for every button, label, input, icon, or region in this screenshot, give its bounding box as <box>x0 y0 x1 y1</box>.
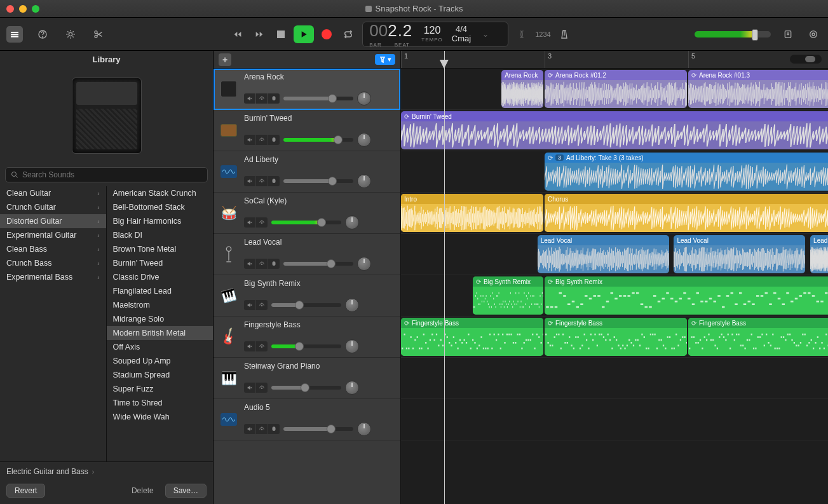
track-lane[interactable]: Intro Chorus <box>401 193 828 234</box>
settings-icon[interactable] <box>62 26 79 43</box>
mute-button[interactable] <box>244 300 255 310</box>
loops-browser-icon[interactable] <box>805 26 822 43</box>
solo-button[interactable] <box>256 341 268 351</box>
save-button[interactable]: Save… <box>165 484 207 498</box>
mute-button[interactable] <box>244 424 255 434</box>
library-item[interactable]: Wide Wide Wah <box>107 410 214 424</box>
track-header[interactable]: 🎹 Steinway Grand Piano <box>214 358 400 399</box>
region[interactable]: Lead Vocal <box>810 235 828 273</box>
volume-slider[interactable] <box>283 262 353 266</box>
region[interactable]: ⟳Fingerstyle Bass <box>688 318 828 356</box>
pan-knob[interactable] <box>357 257 371 271</box>
track-header[interactable]: Burnin' Tweed <box>214 110 400 151</box>
track-lane[interactable]: Arena Rock ⟳Arena Rock #01.2 ⟳Arena Rock… <box>401 69 828 110</box>
tuner-icon[interactable] <box>513 26 530 43</box>
count-in-button[interactable]: 1234 <box>535 26 550 43</box>
volume-slider[interactable] <box>271 386 341 390</box>
volume-slider[interactable] <box>283 179 353 183</box>
region[interactable]: Lead Vocal <box>674 235 805 273</box>
arrange-area[interactable]: 1357911 Arena Rock ⟳Arena Rock #01.2 ⟳Ar… <box>401 51 828 504</box>
minimize-icon[interactable] <box>19 5 27 13</box>
library-item[interactable]: Super Fuzz <box>107 382 214 396</box>
region[interactable]: ⟳Fingerstyle Bass <box>545 318 687 356</box>
pan-knob[interactable] <box>357 174 371 188</box>
track-header[interactable]: Lead Vocal <box>214 234 400 275</box>
track-lane[interactable]: ⟳3Ad Liberty: Take 3 (3 takes) <box>401 151 828 193</box>
pan-knob[interactable] <box>345 381 359 395</box>
region[interactable]: ⟳Burnin' Tweed <box>401 111 828 149</box>
solo-button[interactable] <box>256 424 268 434</box>
stop-button[interactable] <box>272 27 290 42</box>
library-item[interactable]: Off Axis <box>107 340 214 354</box>
library-item[interactable]: Crunch Bass› <box>0 256 106 270</box>
library-item[interactable]: Big Hair Harmonics <box>107 214 214 228</box>
solo-button[interactable] <box>256 383 268 393</box>
volume-slider[interactable] <box>271 303 341 307</box>
library-item[interactable]: Clean Guitar› <box>0 186 106 200</box>
pan-knob[interactable] <box>357 92 371 106</box>
rewind-button[interactable] <box>229 27 247 42</box>
region[interactable]: Arena Rock <box>501 70 543 108</box>
library-item[interactable]: Experimental Bass› <box>0 270 106 284</box>
track-lane[interactable]: ⟳Burnin' Tweed <box>401 110 828 151</box>
mute-button[interactable] <box>244 93 255 104</box>
library-preset-list[interactable]: American Stack CrunchBell-Bottomed Stack… <box>107 186 214 461</box>
master-volume-slider[interactable] <box>695 31 771 37</box>
library-item[interactable]: Distorted Guitar› <box>0 214 106 228</box>
library-item[interactable]: Bell-Bottomed Stack <box>107 200 214 214</box>
mute-button[interactable] <box>244 135 255 145</box>
zoom-icon[interactable] <box>32 5 39 13</box>
input-monitor-button[interactable] <box>268 259 280 269</box>
region[interactable]: ⟳Big Synth Remix <box>545 276 828 315</box>
volume-slider[interactable] <box>271 344 341 348</box>
region[interactable]: ⟳Big Synth Remix <box>473 276 543 315</box>
lcd-tempo[interactable]: 120 <box>424 25 441 36</box>
library-toggle-button[interactable] <box>6 26 23 43</box>
solo-button[interactable] <box>256 93 268 104</box>
solo-button[interactable] <box>256 217 268 228</box>
track-lane[interactable] <box>401 399 828 440</box>
track-header[interactable]: 🥁 SoCal (Kyle) <box>214 193 400 234</box>
solo-button[interactable] <box>256 300 268 310</box>
library-item[interactable]: Souped Up Amp <box>107 354 214 368</box>
volume-slider[interactable] <box>283 427 353 431</box>
region[interactable]: Chorus <box>545 194 828 232</box>
pan-knob[interactable] <box>357 133 371 147</box>
volume-slider[interactable] <box>283 138 353 142</box>
pan-knob[interactable] <box>345 298 359 312</box>
solo-button[interactable] <box>256 176 268 186</box>
library-category-list[interactable]: Clean Guitar›Crunch Guitar›Distorted Gui… <box>0 186 107 461</box>
mute-button[interactable] <box>244 176 255 186</box>
library-item[interactable]: Classic Drive <box>107 270 214 284</box>
lcd-key[interactable]: Cmaj <box>452 34 471 43</box>
volume-slider[interactable] <box>271 221 341 224</box>
help-button[interactable] <box>34 26 51 43</box>
play-button[interactable] <box>294 25 314 43</box>
input-monitor-button[interactable] <box>268 176 280 186</box>
horizontal-zoom-scroll[interactable] <box>790 55 822 64</box>
delete-button[interactable]: Delete <box>124 484 161 498</box>
lcd-timesig[interactable]: 4/4 <box>456 25 467 34</box>
timeline-ruler[interactable]: 1357911 <box>401 51 828 69</box>
library-item[interactable]: Burnin' Tweed <box>107 256 214 270</box>
track-header[interactable]: Arena Rock <box>214 69 400 110</box>
track-lane[interactable]: ⟳Fingerstyle Bass ⟳Fingerstyle Bass ⟳Fin… <box>401 317 828 358</box>
region[interactable]: ⟳Arena Rock #01.2 <box>545 70 687 108</box>
region[interactable]: ⟳Arena Rock #01.3 <box>688 70 828 108</box>
region[interactable]: Lead Vocal <box>538 235 669 273</box>
mute-button[interactable] <box>244 259 255 269</box>
input-monitor-button[interactable] <box>268 93 280 104</box>
region[interactable]: ⟳Fingerstyle Bass <box>401 318 543 356</box>
input-monitor-button[interactable] <box>268 424 280 434</box>
library-item[interactable]: American Stack Crunch <box>107 186 214 200</box>
library-item[interactable]: Time to Shred <box>107 396 214 410</box>
track-lane[interactable]: Lead Vocal Lead Vocal Lead Vocal <box>401 234 828 275</box>
input-monitor-button[interactable] <box>268 135 280 145</box>
scissors-icon[interactable] <box>90 26 107 43</box>
revert-button[interactable]: Revert <box>6 484 45 498</box>
library-item[interactable]: Maelstrom <box>107 298 214 312</box>
track-lane[interactable]: ⟳Big Synth Remix ⟳Big Synth Remix <box>401 275 828 317</box>
lcd-display[interactable]: 00 2.2 BAR BEAT 120 TEMPO 4/4 Cmaj ⌄ <box>362 22 508 47</box>
library-item[interactable]: Brown Tone Metal <box>107 242 214 256</box>
add-track-button[interactable]: + <box>219 53 231 66</box>
